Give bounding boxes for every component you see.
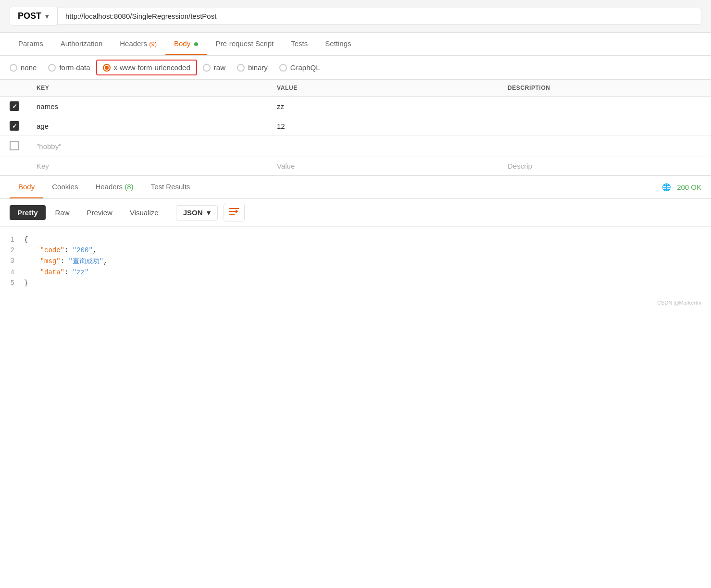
- method-selector[interactable]: POST ▾: [10, 7, 58, 25]
- response-tab-cookies[interactable]: Cookies: [43, 176, 87, 198]
- globe-icon: 🌐: [662, 183, 671, 192]
- radio-graphql: [279, 64, 287, 72]
- row-1-value[interactable]: zz: [269, 97, 500, 116]
- response-code-block: 1 { 2 "code": "200", 3 "msg": "查询成功", 4 …: [0, 227, 711, 296]
- row-1-checkbox[interactable]: [10, 101, 19, 111]
- format-chevron: ▾: [207, 208, 211, 217]
- row-2-value[interactable]: 12: [269, 116, 500, 136]
- response-tab-test-results[interactable]: Test Results: [142, 176, 199, 198]
- radio-none-label: none: [21, 63, 37, 72]
- line-num-2: 2: [0, 246, 24, 254]
- col-header-key: KEY: [29, 80, 269, 97]
- view-tab-pretty[interactable]: Pretty: [10, 205, 46, 220]
- response-headers-badge: (8): [125, 183, 133, 191]
- tab-authorization[interactable]: Authorization: [52, 33, 112, 55]
- view-tab-visualize[interactable]: Visualize: [122, 205, 166, 220]
- radio-graphql-label: GraphQL: [290, 63, 320, 72]
- tab-params[interactable]: Params: [10, 33, 52, 55]
- table-row: age 12: [0, 116, 711, 136]
- code-line-2: 2 "code": "200",: [0, 245, 711, 256]
- table-row: names zz: [0, 97, 711, 116]
- url-bar: POST ▾: [0, 0, 711, 33]
- col-header-value: VALUE: [269, 80, 500, 97]
- format-label: JSON: [183, 208, 203, 217]
- row-3-key[interactable]: "hobby": [29, 136, 269, 157]
- row-1-key[interactable]: names: [29, 97, 269, 116]
- response-tab-headers[interactable]: Headers (8): [87, 176, 142, 198]
- row-3-desc[interactable]: [500, 136, 711, 157]
- code-line-1: 1 {: [0, 234, 711, 245]
- row-2-desc[interactable]: [500, 116, 711, 136]
- radio-raw-label: raw: [214, 63, 225, 72]
- line-content-5: }: [24, 279, 711, 287]
- tab-body[interactable]: Body: [165, 33, 207, 55]
- table-row: "hobby": [0, 136, 711, 157]
- url-input[interactable]: [58, 8, 701, 24]
- line-num-4: 4: [0, 269, 24, 276]
- line-content-3: "msg": "查询成功",: [24, 257, 711, 266]
- table-row-empty: Key Value Descrip: [0, 157, 711, 175]
- tab-headers[interactable]: Headers (9): [111, 33, 165, 55]
- tab-pre-request[interactable]: Pre-request Script: [207, 33, 282, 55]
- tab-tests[interactable]: Tests: [282, 33, 316, 55]
- format-selector[interactable]: JSON ▾: [176, 205, 218, 220]
- method-label: POST: [18, 11, 41, 21]
- wrap-button[interactable]: [224, 204, 245, 221]
- row-1-desc[interactable]: [500, 97, 711, 116]
- row-3-checkbox[interactable]: [10, 141, 19, 150]
- code-line-5: 5 }: [0, 278, 711, 288]
- body-type-graphql[interactable]: GraphQL: [279, 63, 320, 72]
- radio-form-data: [48, 64, 56, 72]
- response-toolbar: Pretty Raw Preview Visualize JSON ▾: [0, 199, 711, 227]
- radio-binary: [237, 64, 245, 72]
- params-table: KEY VALUE DESCRIPTION names zz age: [0, 80, 711, 175]
- watermark: CSDN @Markerfm: [0, 296, 711, 309]
- body-type-urlencoded[interactable]: x-www-form-urlencoded: [96, 60, 197, 75]
- response-tab-nav: Body Cookies Headers (8) Test Results 🌐 …: [0, 176, 711, 199]
- view-tab-preview[interactable]: Preview: [79, 205, 120, 220]
- row-2-key[interactable]: age: [29, 116, 269, 136]
- radio-none: [10, 64, 17, 72]
- body-type-none[interactable]: none: [10, 63, 37, 72]
- radio-urlencoded: [103, 64, 111, 72]
- body-type-form-data[interactable]: form-data: [48, 63, 90, 72]
- response-section: Body Cookies Headers (8) Test Results 🌐 …: [0, 175, 711, 296]
- response-tab-body[interactable]: Body: [10, 176, 43, 198]
- line-content-1: {: [24, 236, 711, 244]
- body-type-raw[interactable]: raw: [203, 63, 225, 72]
- response-status: 🌐 200 OK: [662, 183, 701, 192]
- tab-settings[interactable]: Settings: [316, 33, 360, 55]
- line-num-5: 5: [0, 279, 24, 287]
- body-type-selector: none form-data x-www-form-urlencoded raw…: [0, 56, 711, 80]
- empty-value[interactable]: Value: [269, 157, 500, 175]
- line-content-2: "code": "200",: [24, 246, 711, 254]
- empty-key[interactable]: Key: [29, 157, 269, 175]
- status-ok-badge: 200 OK: [677, 183, 701, 191]
- radio-raw: [203, 64, 211, 72]
- body-active-dot: [194, 42, 198, 46]
- radio-binary-label: binary: [248, 63, 268, 72]
- row-3-value[interactable]: [269, 136, 500, 157]
- view-tab-raw[interactable]: Raw: [48, 205, 77, 220]
- line-num-3: 3: [0, 257, 24, 265]
- params-table-section: KEY VALUE DESCRIPTION names zz age: [0, 80, 711, 175]
- headers-badge: (9): [149, 40, 157, 48]
- col-header-check: [0, 80, 29, 97]
- row-2-checkbox[interactable]: [10, 121, 19, 131]
- radio-form-data-label: form-data: [59, 63, 90, 72]
- line-content-4: "data": "zz": [24, 269, 711, 276]
- line-num-1: 1: [0, 236, 24, 244]
- method-chevron: ▾: [45, 12, 49, 20]
- body-type-binary[interactable]: binary: [237, 63, 268, 72]
- empty-desc[interactable]: Descrip: [500, 157, 711, 175]
- radio-urlencoded-label: x-www-form-urlencoded: [114, 63, 190, 72]
- col-header-description: DESCRIPTION: [500, 80, 711, 97]
- code-line-4: 4 "data": "zz": [0, 267, 711, 278]
- code-line-3: 3 "msg": "查询成功",: [0, 256, 711, 267]
- request-tab-nav: Params Authorization Headers (9) Body Pr…: [0, 33, 711, 56]
